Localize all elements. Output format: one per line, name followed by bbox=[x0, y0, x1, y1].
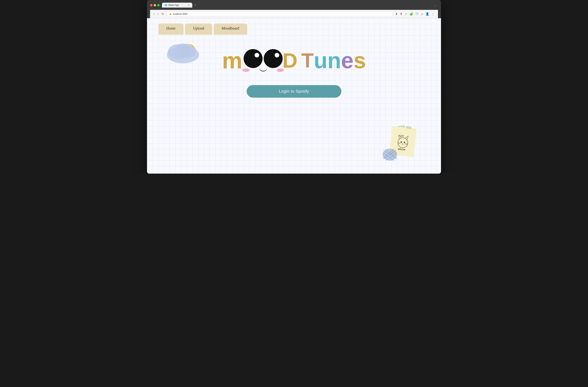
forward-button[interactable]: › bbox=[157, 12, 159, 16]
tab-bar: React App ✕ + bbox=[162, 2, 433, 8]
back-button[interactable]: ‹ bbox=[153, 12, 155, 16]
tab-close-icon[interactable]: ✕ bbox=[188, 4, 190, 6]
svg-text:✦: ✦ bbox=[183, 48, 185, 51]
refresh-button[interactable]: ↻ bbox=[161, 12, 165, 16]
extensions-icon[interactable]: 🧩 bbox=[409, 11, 414, 17]
react-icon bbox=[165, 4, 167, 6]
profile-icon[interactable]: 👤 bbox=[425, 11, 430, 17]
cat-note-decoration: CAT bbox=[388, 125, 418, 158]
url-text: localhost:3000 bbox=[173, 13, 188, 15]
logo-letter-s: s bbox=[354, 49, 366, 72]
close-button[interactable] bbox=[150, 4, 152, 6]
login-spotify-button[interactable]: Login to Spotify bbox=[247, 85, 341, 98]
window-controls[interactable]: ⌄ bbox=[433, 3, 438, 7]
logo-letter-n: n bbox=[327, 49, 341, 72]
lock-icon: 🔒 bbox=[169, 13, 172, 15]
sidebar-icon[interactable]: ▱ bbox=[420, 11, 424, 17]
maximize-button[interactable] bbox=[157, 4, 160, 6]
mood-tunes-logo: m bbox=[222, 49, 366, 72]
svg-text:✦: ✦ bbox=[181, 52, 182, 53]
shield-icon[interactable]: 🛡 bbox=[415, 12, 420, 17]
app-content: Home Upload Moodboard bbox=[147, 18, 441, 173]
traffic-lights bbox=[150, 4, 160, 6]
nav-home-tab[interactable]: Home bbox=[158, 23, 184, 34]
cloud-decoration: ✦ ✦ ✦ bbox=[166, 40, 200, 64]
logo-letter-t: T bbox=[301, 50, 314, 71]
logo-letter-d: D bbox=[282, 50, 297, 71]
address-bar[interactable]: 🔒 localhost:3000 bbox=[166, 12, 393, 17]
download-icon[interactable]: ⬇ bbox=[394, 11, 398, 17]
bookmark-icon[interactable]: ☆ bbox=[404, 11, 408, 17]
title-bar: React App ✕ + ⌄ ‹ › ↻ 🔒 localhost:3000 ⬇… bbox=[147, 0, 441, 18]
logo-letter-m: m bbox=[222, 49, 242, 72]
logo-face bbox=[242, 49, 284, 72]
browser-toolbar: ‹ › ↻ 🔒 localhost:3000 ⬇ ⬆ ☆ 🧩 🛡 ▱ 👤 ⋮ bbox=[150, 10, 438, 18]
minimize-button[interactable] bbox=[154, 4, 156, 6]
main-title-area: ✦ ✦ ✦ m bbox=[147, 34, 441, 78]
login-section: Login to Spotify bbox=[147, 78, 441, 109]
tab-label: React App bbox=[168, 4, 179, 6]
svg-text:✦: ✦ bbox=[185, 52, 186, 54]
logo-letter-u: u bbox=[314, 49, 327, 72]
browser-window: React App ✕ + ⌄ ‹ › ↻ 🔒 localhost:3000 ⬇… bbox=[147, 0, 441, 173]
toolbar-right: ⬇ ⬆ ☆ 🧩 🛡 ▱ 👤 ⋮ bbox=[394, 11, 435, 17]
menu-icon[interactable]: ⋮ bbox=[431, 11, 435, 17]
nav-tabs: Home Upload Moodboard bbox=[147, 18, 441, 34]
logo-letter-e: e bbox=[341, 49, 354, 72]
browser-tab-active[interactable]: React App ✕ bbox=[162, 3, 192, 8]
new-tab-button[interactable]: + bbox=[192, 2, 198, 8]
nav-moodboard-tab[interactable]: Moodboard bbox=[214, 23, 247, 34]
share-icon[interactable]: ⬆ bbox=[399, 11, 403, 17]
nav-upload-tab[interactable]: Upload bbox=[185, 23, 212, 34]
